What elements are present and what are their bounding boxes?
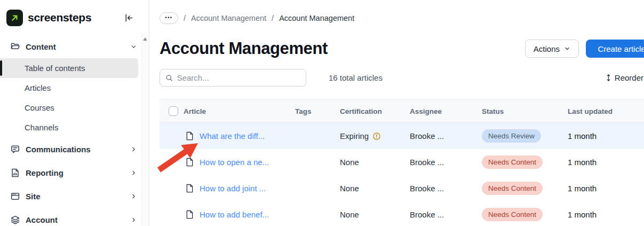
article-link[interactable]: How to add joint ... (200, 184, 266, 193)
column-header-article[interactable]: Article (184, 107, 295, 115)
certification-cell: None (340, 184, 359, 193)
search-icon (165, 74, 173, 82)
logo-text: screensteps (28, 11, 91, 24)
article-link[interactable]: What are the diff... (200, 131, 265, 141)
search-input[interactable] (177, 73, 300, 82)
breadcrumb-separator: / (272, 14, 274, 22)
column-header-certification[interactable]: Certification (340, 107, 410, 115)
assignee-cell: Brooke ... (410, 184, 482, 193)
total-articles-count: 16 total articles (329, 73, 383, 82)
sidebar-item-articles[interactable]: Articles (0, 78, 149, 98)
column-header-tags[interactable]: Tags (295, 107, 340, 115)
last-updated-cell: 1 month (568, 158, 644, 167)
toolbar: 16 total articles Reorder (149, 69, 644, 87)
chevron-down-icon (130, 43, 137, 50)
sidebar-item-label: Content (26, 42, 56, 51)
article-file-icon (186, 210, 194, 219)
sidebar: screensteps Content Table of contents (0, 0, 149, 226)
article-file-icon (186, 158, 194, 167)
sidebar-item-label: Table of contents (25, 64, 85, 73)
assignee-cell: Brooke ... (410, 210, 482, 219)
sidebar-item-site[interactable]: Site (0, 184, 149, 208)
screensteps-logo-icon (6, 10, 23, 26)
breadcrumb-current: Account Management (279, 14, 354, 22)
reorder-updown-icon (605, 74, 612, 82)
logo-row: screensteps (0, 0, 149, 27)
chat-bubble-icon (10, 144, 20, 154)
create-article-button[interactable]: Create article (586, 40, 644, 58)
sidebar-item-label: Communications (26, 145, 91, 154)
status-badge: Needs Content (482, 182, 543, 195)
breadcrumb-ellipsis-button[interactable]: ••• (160, 12, 178, 24)
last-updated-cell: 1 month (568, 131, 644, 141)
article-file-icon (186, 131, 194, 141)
sidebar-item-account[interactable]: Account (0, 208, 149, 226)
report-document-icon (10, 168, 20, 178)
sidebar-item-label: Account (26, 215, 58, 224)
sidebar-item-label: Articles (25, 83, 51, 92)
breadcrumb: ••• / Account Management / Account Manag… (149, 0, 644, 24)
last-updated-cell: 1 month (568, 210, 644, 219)
assignee-cell: Brooke ... (410, 131, 482, 141)
main-content: ••• / Account Management / Account Manag… (149, 0, 644, 226)
sidebar-item-communications[interactable]: Communications (0, 137, 149, 161)
certification-cell: Expiring (340, 131, 369, 141)
table-row[interactable]: How to add joint ... None Brooke ... Nee… (160, 175, 644, 201)
breadcrumb-separator: / (184, 14, 186, 22)
table-row[interactable]: How to open a ne... None Brooke ... Need… (160, 149, 644, 175)
select-all-checkbox[interactable] (169, 106, 178, 116)
sidebar-item-reporting[interactable]: Reporting (0, 161, 149, 184)
certification-cell: None (340, 210, 359, 219)
status-badge: Needs Content (482, 208, 543, 221)
search-box[interactable] (160, 69, 306, 87)
column-header-last-updated[interactable]: Last updated (568, 107, 644, 115)
actions-button[interactable]: Actions (525, 40, 579, 58)
table-row[interactable]: How to add benef... None Brooke ... Need… (160, 201, 644, 226)
chevron-right-icon (130, 216, 137, 223)
breadcrumb-parent-link[interactable]: Account Management (191, 14, 266, 22)
title-row: Account Management Actions Create articl… (149, 38, 644, 59)
table-header-row: Article Tags Certification Assignee Stat… (160, 100, 644, 123)
article-link[interactable]: How to open a ne... (200, 158, 269, 167)
folder-icon (10, 42, 20, 52)
assignee-cell: Brooke ... (410, 158, 482, 167)
sidebar-item-label: Courses (25, 103, 54, 112)
sidebar-scrollbar[interactable] (141, 33, 148, 226)
chevron-right-icon (130, 169, 137, 176)
collapse-sidebar-icon[interactable] (124, 13, 134, 23)
browser-window-icon (10, 191, 20, 201)
sidebar-item-label: Reporting (26, 168, 63, 177)
sidebar-item-label: Channels (25, 123, 58, 132)
chevron-right-icon (130, 193, 137, 200)
chevron-down-icon (564, 45, 570, 52)
reorder-button[interactable]: Reorder (605, 73, 643, 82)
sidebar-item-label: Site (26, 192, 41, 201)
column-header-status[interactable]: Status (482, 107, 568, 115)
last-updated-cell: 1 month (568, 184, 644, 193)
status-badge: Needs Content (482, 155, 543, 169)
article-link[interactable]: How to add benef... (200, 210, 269, 219)
sidebar-item-table-of-contents[interactable]: Table of contents (0, 58, 138, 78)
sidebar-nav: Content Table of contents Articles Cours… (0, 35, 149, 226)
layers-icon (10, 215, 20, 225)
actions-button-label: Actions (534, 44, 560, 53)
articles-table: Article Tags Certification Assignee Stat… (160, 99, 644, 226)
article-file-icon (186, 184, 194, 193)
scroll-up-arrow-icon[interactable] (143, 37, 147, 41)
sidebar-item-courses[interactable]: Courses (0, 98, 149, 118)
sidebar-item-content[interactable]: Content (0, 35, 149, 58)
app-window: screensteps Content Table of contents (0, 0, 644, 226)
chevron-right-icon (130, 146, 137, 153)
page-title: Account Management (160, 39, 328, 58)
certification-cell: None (340, 158, 359, 167)
expiring-warning-icon (372, 132, 381, 141)
sidebar-item-channels[interactable]: Channels (0, 118, 149, 137)
reorder-label: Reorder (615, 73, 643, 82)
column-header-assignee[interactable]: Assignee (410, 107, 482, 115)
table-row[interactable]: What are the diff... Expiring Brooke ...… (160, 123, 644, 149)
status-badge: Needs Review (482, 129, 541, 143)
